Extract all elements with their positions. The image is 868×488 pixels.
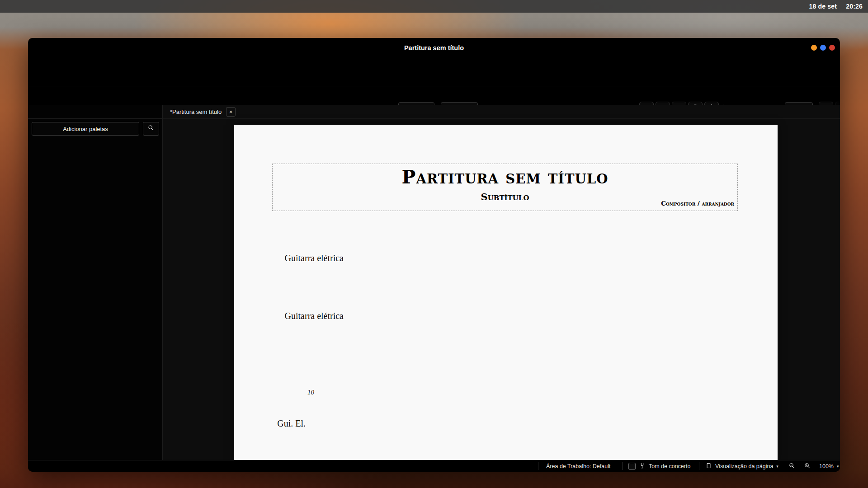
concert-pitch-checkbox[interactable] bbox=[628, 463, 636, 470]
search-icon bbox=[147, 124, 155, 133]
document-tab-label: *Partitura sem título bbox=[170, 108, 222, 115]
concert-pitch-label: Tom de concerto bbox=[649, 463, 690, 469]
view-mode-selector[interactable]: Visualização da página ▾ bbox=[705, 460, 778, 472]
clock-date: 18 de set bbox=[809, 3, 837, 10]
document-tab[interactable]: *Partitura sem título × bbox=[165, 106, 240, 118]
score-composer[interactable]: Compositor / arranjador bbox=[272, 200, 734, 207]
add-palettes-button[interactable]: Adicionar paletas bbox=[32, 122, 139, 136]
palettes-panel: Adicionar paletas bbox=[28, 105, 163, 460]
window-titlebar[interactable]: Partitura sem título bbox=[28, 38, 840, 57]
page-view-icon bbox=[705, 462, 712, 470]
window-controls bbox=[811, 38, 835, 57]
window-title: Partitura sem título bbox=[28, 38, 840, 57]
status-bar: Área de Trabalho: Default Tom de concert… bbox=[28, 460, 840, 472]
workspace-tabrow: Partes Mixer 0:00:00.0 1.1 ♩ = 120 bbox=[28, 69, 840, 86]
zoom-out-button[interactable] bbox=[788, 460, 795, 472]
musescore-window: Partitura sem título Partes Mixer bbox=[28, 38, 840, 472]
document-tabbar: *Partitura sem título × bbox=[163, 105, 840, 119]
tuning-fork-icon bbox=[639, 462, 646, 470]
system-topbar: 18 de set 20:26 bbox=[0, 0, 868, 13]
zoom-in-button[interactable] bbox=[804, 460, 811, 472]
maximize-button[interactable] bbox=[820, 45, 826, 51]
chevron-down-icon: ▾ bbox=[776, 464, 778, 469]
score-title[interactable]: Partitura sem título bbox=[272, 166, 738, 188]
clock-time: 20:26 bbox=[846, 3, 863, 10]
instrument-label-1[interactable]: Guitarra elétrica bbox=[234, 253, 344, 263]
instrument-label-2[interactable]: Guitarra elétrica bbox=[234, 311, 344, 321]
desktop: 18 de set 20:26 Partitura sem título Par… bbox=[0, 0, 868, 488]
workspace-indicator[interactable]: Área de Trabalho: Default bbox=[546, 460, 610, 472]
measure-number: 10 bbox=[307, 389, 314, 396]
palette-search-button[interactable] bbox=[143, 122, 159, 136]
zoom-in-icon bbox=[804, 462, 811, 470]
topbar-status-area: 18 de set 20:26 bbox=[800, 3, 868, 10]
zoom-level-value: 100% bbox=[819, 463, 834, 469]
instrument-abbrev-label[interactable]: Gui. El. bbox=[234, 418, 306, 429]
score-canvas[interactable]: *Partitura sem título × Partitura sem tí… bbox=[163, 105, 840, 460]
note-input-toolbar bbox=[28, 86, 840, 105]
tab-close-icon[interactable]: × bbox=[226, 107, 236, 117]
minimize-button[interactable] bbox=[811, 45, 817, 51]
close-button[interactable] bbox=[829, 45, 835, 51]
zoom-level-selector[interactable]: 100% ▾ bbox=[819, 460, 839, 472]
chevron-down-icon: ▾ bbox=[837, 464, 839, 469]
zoom-out-icon bbox=[788, 462, 795, 470]
score-page[interactable]: Partitura sem título Subtítulo Composito… bbox=[234, 125, 778, 460]
workspace-label: Área de Trabalho: Default bbox=[546, 463, 610, 469]
view-mode-label: Visualização da página bbox=[715, 463, 773, 469]
concert-pitch-toggle[interactable]: Tom de concerto bbox=[628, 460, 690, 472]
